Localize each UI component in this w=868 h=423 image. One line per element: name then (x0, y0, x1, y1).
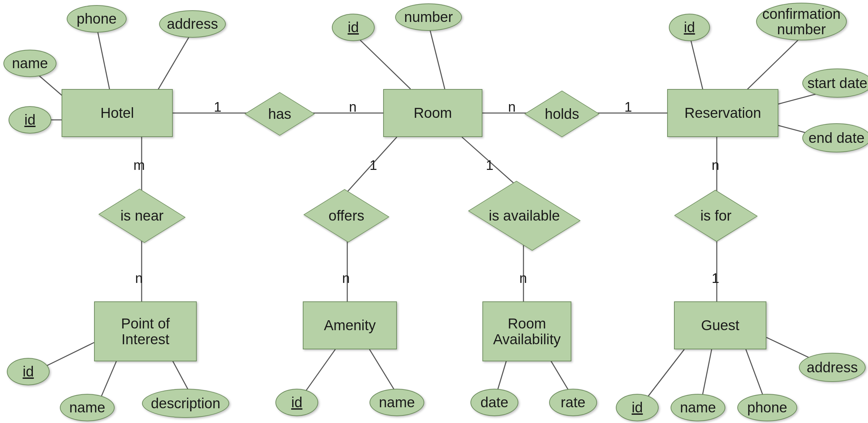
relationship-is-available: is available (479, 182, 570, 250)
entity-hotel: Hotel (62, 89, 173, 137)
attribute-reservation-id: id (669, 14, 710, 41)
svg-line-16 (354, 34, 411, 89)
svg-line-18 (689, 34, 703, 91)
attribute-hotel-id: id (9, 106, 51, 134)
cardinality-has-room: n (349, 99, 357, 115)
attribute-reservation-start-date: start date (802, 69, 868, 98)
cardinality-holds-reservation: 1 (624, 99, 632, 115)
cardinality-reservation-isfor: n (712, 158, 719, 173)
attribute-availability-rate: rate (549, 389, 597, 416)
attribute-poi-name: name (60, 394, 115, 421)
attribute-hotel-phone: phone (67, 5, 127, 33)
er-diagram-canvas: Hotel Room Reservation Point ofInterest … (0, 0, 868, 423)
attribute-guest-id: id (616, 394, 659, 421)
attribute-amenity-id: id (275, 389, 318, 416)
attribute-hotel-address: address (159, 10, 226, 38)
entity-point-of-interest: Point ofInterest (94, 301, 197, 361)
attribute-poi-description: description (142, 389, 229, 418)
cardinality-hotel-isnear: m (133, 158, 145, 173)
attribute-room-number: number (395, 3, 462, 31)
attribute-hotel-name: name (3, 50, 56, 77)
svg-line-19 (746, 36, 802, 91)
relationship-offers: offers (315, 187, 378, 245)
svg-line-14 (98, 31, 109, 89)
relationship-has: has (255, 89, 305, 139)
entity-reservation: Reservation (667, 89, 778, 137)
relationship-is-near: is near (109, 187, 174, 245)
attribute-guest-address: address (799, 353, 866, 382)
cardinality-isavail-avail: n (519, 271, 527, 286)
svg-line-15 (157, 33, 192, 91)
entity-room: Room (383, 89, 482, 137)
cardinality-room-offers: 1 (370, 158, 377, 173)
cardinality-offers-amenity: n (342, 271, 350, 286)
attribute-amenity-name: name (370, 389, 424, 416)
entity-room-availability: RoomAvailability (482, 301, 571, 361)
attribute-reservation-confirmation-number: confirmationnumber (756, 3, 847, 40)
entity-guest: Guest (674, 301, 766, 349)
relationship-holds: holds (535, 87, 588, 140)
attribute-poi-id: id (7, 358, 50, 385)
relationship-is-for: is for (686, 187, 746, 245)
cardinality-room-isavail: 1 (486, 158, 493, 173)
attribute-guest-name: name (671, 394, 725, 421)
attribute-guest-phone: phone (737, 394, 797, 421)
cardinality-room-holds: n (508, 99, 516, 115)
attribute-room-id: id (332, 14, 375, 41)
attribute-reservation-end-date: end date (802, 123, 868, 152)
attribute-availability-date: date (470, 389, 518, 416)
svg-line-17 (429, 27, 445, 89)
cardinality-isfor-guest: 1 (712, 271, 719, 286)
entity-amenity: Amenity (303, 301, 397, 349)
cardinality-hotel-has: 1 (214, 99, 221, 115)
cardinality-isnear-poi: n (135, 271, 143, 286)
